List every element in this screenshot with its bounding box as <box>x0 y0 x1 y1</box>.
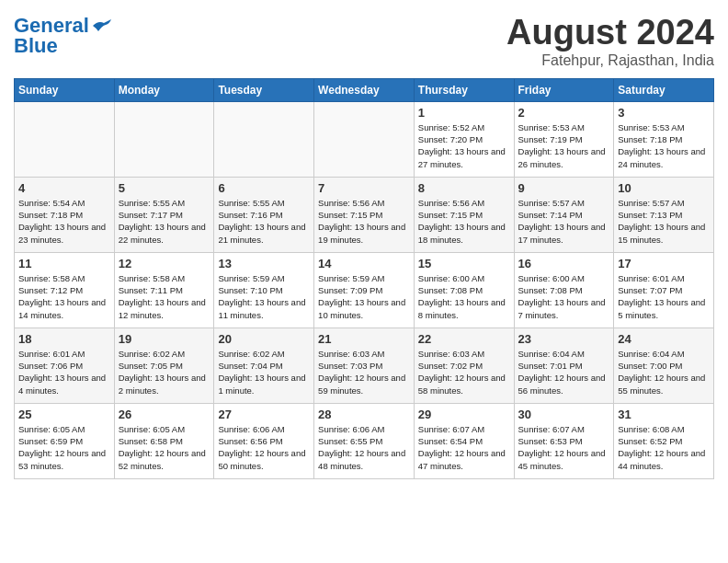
day-number: 27 <box>218 408 310 421</box>
calendar-cell: 28Sunrise: 6:06 AM Sunset: 6:55 PM Dayli… <box>314 403 415 478</box>
day-number: 10 <box>618 181 710 195</box>
col-header-monday: Monday <box>114 78 214 101</box>
calendar-cell: 27Sunrise: 6:06 AM Sunset: 6:56 PM Dayli… <box>214 403 314 478</box>
day-number: 30 <box>518 408 610 421</box>
cell-content: Sunrise: 6:06 AM Sunset: 6:56 PM Dayligh… <box>218 423 310 472</box>
cell-content: Sunrise: 6:03 AM Sunset: 7:03 PM Dayligh… <box>318 348 410 396</box>
calendar-cell <box>214 101 314 177</box>
cell-content: Sunrise: 6:02 AM Sunset: 7:04 PM Dayligh… <box>218 348 310 396</box>
calendar-cell: 15Sunrise: 6:00 AM Sunset: 7:08 PM Dayli… <box>414 252 514 327</box>
day-number: 4 <box>18 181 110 195</box>
cell-content: Sunrise: 5:56 AM Sunset: 7:15 PM Dayligh… <box>418 197 510 246</box>
calendar-cell <box>114 101 214 177</box>
calendar-cell: 6Sunrise: 5:55 AM Sunset: 7:16 PM Daylig… <box>214 177 314 252</box>
cell-content: Sunrise: 6:01 AM Sunset: 7:07 PM Dayligh… <box>618 272 710 321</box>
week-row-2: 4Sunrise: 5:54 AM Sunset: 7:18 PM Daylig… <box>15 177 714 252</box>
calendar-cell: 13Sunrise: 5:59 AM Sunset: 7:10 PM Dayli… <box>214 252 314 327</box>
cell-content: Sunrise: 5:55 AM Sunset: 7:17 PM Dayligh… <box>119 197 210 246</box>
col-header-wednesday: Wednesday <box>314 78 415 101</box>
day-number: 26 <box>119 408 210 421</box>
cell-content: Sunrise: 6:03 AM Sunset: 7:02 PM Dayligh… <box>418 348 510 396</box>
day-number: 29 <box>418 408 510 421</box>
day-number: 17 <box>618 257 710 270</box>
week-row-4: 18Sunrise: 6:01 AM Sunset: 7:06 PM Dayli… <box>15 327 714 403</box>
logo-bird-icon <box>91 18 111 33</box>
calendar-cell <box>15 101 115 177</box>
day-number: 1 <box>418 106 510 120</box>
cell-content: Sunrise: 6:04 AM Sunset: 7:01 PM Dayligh… <box>518 348 610 396</box>
calendar-cell: 22Sunrise: 6:03 AM Sunset: 7:02 PM Dayli… <box>414 327 514 403</box>
day-number: 5 <box>119 181 210 195</box>
cell-content: Sunrise: 5:58 AM Sunset: 7:12 PM Dayligh… <box>18 272 110 321</box>
calendar-cell: 25Sunrise: 6:05 AM Sunset: 6:59 PM Dayli… <box>15 403 115 478</box>
week-row-1: 1Sunrise: 5:52 AM Sunset: 7:20 PM Daylig… <box>15 101 714 177</box>
day-number: 3 <box>618 106 710 120</box>
calendar-cell: 14Sunrise: 5:59 AM Sunset: 7:09 PM Dayli… <box>314 252 415 327</box>
calendar-cell: 9Sunrise: 5:57 AM Sunset: 7:14 PM Daylig… <box>514 177 614 252</box>
calendar-table: SundayMondayTuesdayWednesdayThursdayFrid… <box>14 78 714 479</box>
header-row: SundayMondayTuesdayWednesdayThursdayFrid… <box>15 78 714 101</box>
cell-content: Sunrise: 6:05 AM Sunset: 6:59 PM Dayligh… <box>18 423 110 472</box>
cell-content: Sunrise: 6:04 AM Sunset: 7:00 PM Dayligh… <box>618 348 710 396</box>
logo-blue-text: Blue <box>14 34 58 58</box>
cell-content: Sunrise: 6:07 AM Sunset: 6:53 PM Dayligh… <box>518 423 610 472</box>
calendar-cell: 5Sunrise: 5:55 AM Sunset: 7:17 PM Daylig… <box>114 177 214 252</box>
location: Fatehpur, Rajasthan, India <box>506 52 714 69</box>
cell-content: Sunrise: 6:08 AM Sunset: 6:52 PM Dayligh… <box>618 423 710 472</box>
cell-content: Sunrise: 5:53 AM Sunset: 7:19 PM Dayligh… <box>518 121 610 170</box>
calendar-cell: 20Sunrise: 6:02 AM Sunset: 7:04 PM Dayli… <box>214 327 314 403</box>
cell-content: Sunrise: 5:58 AM Sunset: 7:11 PM Dayligh… <box>119 272 210 321</box>
cell-content: Sunrise: 6:00 AM Sunset: 7:08 PM Dayligh… <box>518 272 610 321</box>
week-row-3: 11Sunrise: 5:58 AM Sunset: 7:12 PM Dayli… <box>15 252 714 327</box>
calendar-cell: 8Sunrise: 5:56 AM Sunset: 7:15 PM Daylig… <box>414 177 514 252</box>
calendar-cell: 18Sunrise: 6:01 AM Sunset: 7:06 PM Dayli… <box>15 327 115 403</box>
calendar-cell: 21Sunrise: 6:03 AM Sunset: 7:03 PM Dayli… <box>314 327 415 403</box>
week-row-5: 25Sunrise: 6:05 AM Sunset: 6:59 PM Dayli… <box>15 403 714 478</box>
cell-content: Sunrise: 6:01 AM Sunset: 7:06 PM Dayligh… <box>18 348 110 396</box>
day-number: 12 <box>119 257 210 270</box>
col-header-friday: Friday <box>514 78 614 101</box>
day-number: 23 <box>518 332 610 346</box>
calendar-cell: 24Sunrise: 6:04 AM Sunset: 7:00 PM Dayli… <box>614 327 714 403</box>
day-number: 22 <box>418 332 510 346</box>
cell-content: Sunrise: 5:55 AM Sunset: 7:16 PM Dayligh… <box>218 197 310 246</box>
day-number: 21 <box>318 332 410 346</box>
cell-content: Sunrise: 6:00 AM Sunset: 7:08 PM Dayligh… <box>418 272 510 321</box>
day-number: 20 <box>218 332 310 346</box>
day-number: 7 <box>318 181 410 195</box>
day-number: 16 <box>518 257 610 270</box>
logo: General Blue <box>14 14 111 58</box>
calendar-cell: 1Sunrise: 5:52 AM Sunset: 7:20 PM Daylig… <box>414 101 514 177</box>
page-header: General Blue August 2024 Fatehpur, Rajas… <box>14 14 714 69</box>
col-header-saturday: Saturday <box>614 78 714 101</box>
day-number: 8 <box>418 181 510 195</box>
calendar-cell: 23Sunrise: 6:04 AM Sunset: 7:01 PM Dayli… <box>514 327 614 403</box>
day-number: 15 <box>418 257 510 270</box>
calendar-cell: 19Sunrise: 6:02 AM Sunset: 7:05 PM Dayli… <box>114 327 214 403</box>
calendar-cell: 11Sunrise: 5:58 AM Sunset: 7:12 PM Dayli… <box>15 252 115 327</box>
day-number: 2 <box>518 106 610 120</box>
calendar-cell: 16Sunrise: 6:00 AM Sunset: 7:08 PM Dayli… <box>514 252 614 327</box>
cell-content: Sunrise: 5:52 AM Sunset: 7:20 PM Dayligh… <box>418 121 510 170</box>
day-number: 6 <box>218 181 310 195</box>
calendar-cell <box>314 101 415 177</box>
col-header-thursday: Thursday <box>414 78 514 101</box>
calendar-cell: 17Sunrise: 6:01 AM Sunset: 7:07 PM Dayli… <box>614 252 714 327</box>
calendar-cell: 26Sunrise: 6:05 AM Sunset: 6:58 PM Dayli… <box>114 403 214 478</box>
title-block: August 2024 Fatehpur, Rajasthan, India <box>506 14 714 69</box>
day-number: 11 <box>18 257 110 270</box>
cell-content: Sunrise: 6:07 AM Sunset: 6:54 PM Dayligh… <box>418 423 510 472</box>
cell-content: Sunrise: 6:02 AM Sunset: 7:05 PM Dayligh… <box>119 348 210 396</box>
day-number: 24 <box>618 332 710 346</box>
day-number: 9 <box>518 181 610 195</box>
cell-content: Sunrise: 5:53 AM Sunset: 7:18 PM Dayligh… <box>618 121 710 170</box>
cell-content: Sunrise: 6:05 AM Sunset: 6:58 PM Dayligh… <box>119 423 210 472</box>
day-number: 31 <box>618 408 710 421</box>
calendar-cell: 12Sunrise: 5:58 AM Sunset: 7:11 PM Dayli… <box>114 252 214 327</box>
calendar-cell: 4Sunrise: 5:54 AM Sunset: 7:18 PM Daylig… <box>15 177 115 252</box>
day-number: 28 <box>318 408 410 421</box>
month-title: August 2024 <box>506 14 714 52</box>
cell-content: Sunrise: 5:57 AM Sunset: 7:14 PM Dayligh… <box>518 197 610 246</box>
calendar-cell: 3Sunrise: 5:53 AM Sunset: 7:18 PM Daylig… <box>614 101 714 177</box>
day-number: 13 <box>218 257 310 270</box>
